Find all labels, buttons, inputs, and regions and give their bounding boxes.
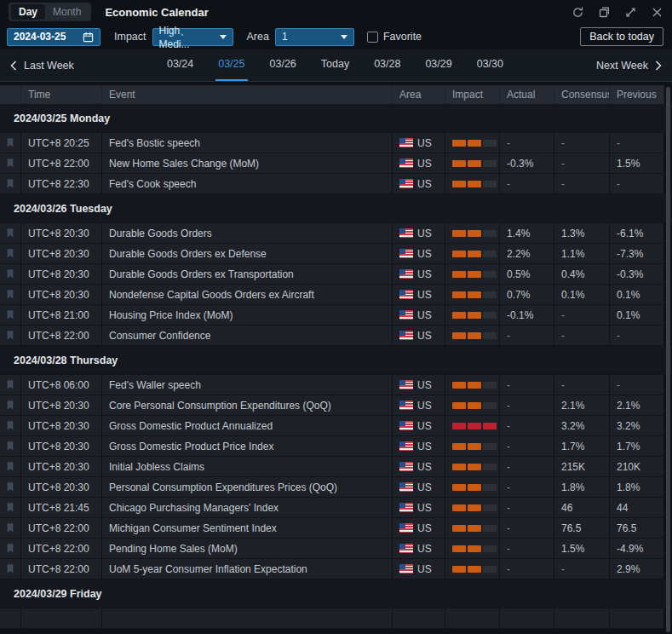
- bookmark-cell[interactable]: [0, 223, 21, 243]
- row-consensus-value: 3.2%: [561, 420, 584, 432]
- row-time: UTC+8 20:30: [21, 436, 102, 456]
- bookmark-cell[interactable]: [0, 285, 21, 304]
- table-row[interactable]: UTC+8 22:00Consumer ConfidenceUS---: [0, 326, 664, 346]
- row-previous: 0.1%: [610, 305, 664, 325]
- row-consensus-value: -: [561, 309, 565, 321]
- bookmark-cell[interactable]: [0, 133, 21, 153]
- bookmark-cell[interactable]: [0, 539, 21, 558]
- expand-icon[interactable]: [623, 5, 637, 19]
- next-week-button[interactable]: Next Week: [596, 60, 662, 72]
- favorite-checkbox[interactable]: [367, 32, 378, 43]
- area-label-text: US: [417, 502, 432, 514]
- bookmark-cell[interactable]: [0, 395, 21, 415]
- bookmark-cell[interactable]: [0, 416, 21, 435]
- table-row[interactable]: UTC+8 20:30Durable Goods Orders ex Defen…: [0, 244, 664, 264]
- bookmark-cell[interactable]: [0, 153, 21, 173]
- restore-icon[interactable]: [597, 5, 611, 19]
- row-previous: -4.9%: [610, 539, 664, 558]
- bookmark-cell[interactable]: [0, 244, 21, 263]
- bookmark-cell[interactable]: [0, 326, 21, 345]
- date-picker[interactable]: 2024-03-25: [7, 28, 101, 46]
- table-row[interactable]: UTC+8 22:00New Home Sales Change (MoM)US…: [0, 153, 664, 174]
- week-day-tab[interactable]: 03/29: [422, 49, 454, 81]
- impact-bar: [452, 160, 466, 167]
- bookmark-cell[interactable]: [0, 457, 21, 476]
- tab-month[interactable]: Month: [45, 4, 89, 20]
- row-consensus: -: [554, 174, 610, 193]
- bookmark-cell[interactable]: [0, 498, 21, 517]
- us-flag-icon: [399, 401, 413, 410]
- row-actual: -: [500, 375, 554, 395]
- row-area: US: [393, 153, 445, 173]
- row-consensus: 1.1%: [554, 244, 610, 263]
- row-consensus-value: 1.8%: [561, 481, 584, 493]
- impact-bars: [452, 160, 497, 167]
- impact-bar: [468, 402, 481, 409]
- bookmark-cell[interactable]: [0, 559, 21, 579]
- row-previous-value: 44: [617, 502, 628, 514]
- bookmark-cell[interactable]: [0, 264, 21, 284]
- row-actual: -: [500, 174, 554, 193]
- week-day-tab[interactable]: 03/30: [474, 49, 506, 81]
- week-day-tab[interactable]: 03/24: [164, 49, 196, 81]
- bookmark-cell[interactable]: [0, 518, 21, 538]
- row-consensus-value: 215K: [561, 461, 585, 473]
- table-row[interactable]: UTC+8 20:25Fed's Bostic speechUS---: [0, 133, 664, 153]
- row-event: Gross Domestic Product Annualized: [102, 416, 393, 435]
- title-bar: Day Month Economic Calendar: [0, 0, 672, 24]
- row-event: Michigan Consumer Sentiment Index: [102, 518, 393, 538]
- tab-day[interactable]: Day: [11, 4, 45, 20]
- impact-bar: [452, 423, 466, 429]
- table-row[interactable]: UTC+8 22:00Michigan Consumer Sentiment I…: [0, 518, 664, 539]
- bookmark-cell[interactable]: [0, 375, 21, 395]
- row-previous: -7.3%: [610, 244, 664, 263]
- week-day-tab[interactable]: 03/28: [371, 49, 403, 81]
- table-row[interactable]: UTC+8 20:30Gross Domestic Product Annual…: [0, 416, 664, 436]
- week-day-tab[interactable]: Today: [319, 49, 352, 81]
- table-row[interactable]: UTC+8 20:30Durable Goods Orders ex Trans…: [0, 264, 664, 285]
- table-row[interactable]: UTC+8 20:30Durable Goods OrdersUS1.4%1.3…: [0, 223, 664, 244]
- table-row[interactable]: UTC+8 20:30Nondefense Capital Goods Orde…: [0, 285, 664, 305]
- impact-bars: [452, 332, 497, 339]
- row-consensus-value: 1.1%: [561, 248, 584, 260]
- week-day-tab[interactable]: 03/26: [267, 49, 299, 81]
- row-previous-value: 1.5%: [617, 158, 640, 170]
- row-previous-value: 0.1%: [617, 289, 640, 301]
- impact-bars: [452, 443, 497, 450]
- row-consensus-value: 0.1%: [561, 289, 584, 301]
- table-row[interactable]: UTC+8 22:00Pending Home Sales (MoM)US-1.…: [0, 539, 664, 559]
- row-consensus: -: [554, 375, 610, 395]
- bookmark-cell[interactable]: [0, 436, 21, 456]
- table-row[interactable]: UTC+8 22:30Fed's Cook speechUS---: [0, 174, 664, 194]
- table-row[interactable]: UTC+8 20:30Personal Consumption Expendit…: [0, 477, 664, 498]
- table-row[interactable]: UTC+8 22:00UoM 5-year Consumer Inflation…: [0, 559, 664, 579]
- table-row[interactable]: UTC+8 20:30Initial Jobless ClaimsUS-215K…: [0, 457, 664, 477]
- impact-dropdown[interactable]: High、Medi...: [152, 28, 233, 46]
- table-row[interactable]: UTC+8 21:45Chicago Purchasing Managers' …: [0, 498, 664, 518]
- impact-bar: [468, 443, 481, 450]
- bookmark-cell[interactable]: [0, 174, 21, 193]
- page-title: Economic Calendar: [105, 6, 208, 19]
- refresh-icon[interactable]: [571, 5, 584, 19]
- table-row[interactable]: UTC+8 21:00Housing Price Index (MoM)US-0…: [0, 305, 664, 326]
- table-row[interactable]: UTC+8 06:00Fed's Waller speechUS---: [0, 375, 664, 395]
- week-day-tab[interactable]: 03/25: [215, 49, 247, 81]
- area-dropdown[interactable]: 1: [275, 28, 354, 46]
- vertical-scrollbar[interactable]: [666, 87, 670, 632]
- us-flag-icon: [399, 421, 413, 430]
- bookmark-cell[interactable]: [0, 305, 21, 325]
- table-row[interactable]: UTC+8 20:30Core Personal Consumption Exp…: [0, 395, 664, 416]
- us-flag-icon: [399, 179, 413, 188]
- row-actual-value: -: [507, 400, 510, 412]
- impact-bar: [452, 251, 466, 257]
- table-row[interactable]: UTC+8 20:30Gross Domestic Product Price …: [0, 436, 664, 457]
- row-actual: -0.1%: [500, 305, 554, 325]
- row-consensus: -: [554, 326, 610, 345]
- last-week-button[interactable]: Last Week: [10, 60, 74, 72]
- impact-bar: [483, 291, 497, 298]
- row-time: UTC+8 22:00: [21, 539, 102, 558]
- close-icon[interactable]: [650, 5, 663, 19]
- back-to-today-button[interactable]: Back to today: [580, 27, 663, 46]
- bookmark-cell[interactable]: [0, 477, 21, 497]
- row-area: US: [393, 326, 445, 345]
